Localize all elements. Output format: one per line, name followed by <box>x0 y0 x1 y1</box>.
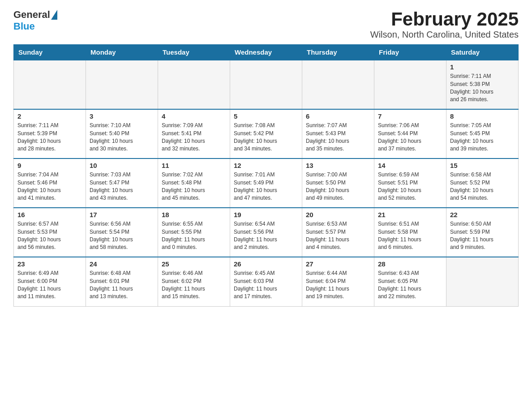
day-info: Sunrise: 6:53 AMSunset: 5:57 PMDaylight:… <box>306 220 370 252</box>
calendar-header: SundayMondayTuesdayWednesdayThursdayFrid… <box>14 45 519 60</box>
calendar-cell: 27Sunrise: 6:44 AMSunset: 6:04 PMDayligh… <box>302 257 374 306</box>
calendar-cell <box>230 60 302 109</box>
day-info: Sunrise: 7:02 AMSunset: 5:48 PMDaylight:… <box>162 171 226 202</box>
calendar-cell: 3Sunrise: 7:10 AMSunset: 5:40 PMDaylight… <box>86 109 158 158</box>
calendar-cell: 23Sunrise: 6:49 AMSunset: 6:00 PMDayligh… <box>14 257 86 306</box>
day-info: Sunrise: 6:51 AMSunset: 5:58 PMDaylight:… <box>378 220 442 252</box>
weekday-header-friday: Friday <box>374 45 446 60</box>
day-number: 1 <box>450 63 515 71</box>
calendar-cell: 28Sunrise: 6:43 AMSunset: 6:05 PMDayligh… <box>374 257 446 306</box>
calendar-cell: 9Sunrise: 7:04 AMSunset: 5:46 PMDaylight… <box>14 158 86 208</box>
calendar-cell <box>158 60 230 109</box>
day-info: Sunrise: 7:09 AMSunset: 5:41 PMDaylight:… <box>162 122 226 153</box>
day-number: 5 <box>234 112 298 120</box>
calendar-week-4: 16Sunrise: 6:57 AMSunset: 5:53 PMDayligh… <box>14 208 519 257</box>
day-number: 28 <box>378 260 442 268</box>
day-number: 9 <box>17 162 82 169</box>
day-info: Sunrise: 7:04 AMSunset: 5:46 PMDaylight:… <box>17 171 82 202</box>
calendar-cell <box>302 60 374 109</box>
day-number: 13 <box>306 162 370 169</box>
day-info: Sunrise: 7:05 AMSunset: 5:45 PMDaylight:… <box>450 122 515 153</box>
day-number: 16 <box>17 211 82 218</box>
calendar-cell <box>14 60 86 109</box>
calendar-cell: 17Sunrise: 6:56 AMSunset: 5:54 PMDayligh… <box>86 208 158 257</box>
day-number: 23 <box>17 260 82 268</box>
weekday-header-saturday: Saturday <box>446 45 519 60</box>
day-info: Sunrise: 6:55 AMSunset: 5:55 PMDaylight:… <box>162 220 226 252</box>
calendar-cell: 15Sunrise: 6:58 AMSunset: 5:52 PMDayligh… <box>446 158 519 208</box>
calendar-week-5: 23Sunrise: 6:49 AMSunset: 6:00 PMDayligh… <box>14 257 519 306</box>
calendar-body: 1Sunrise: 7:11 AMSunset: 5:38 PMDaylight… <box>14 60 519 306</box>
calendar-cell: 20Sunrise: 6:53 AMSunset: 5:57 PMDayligh… <box>302 208 374 257</box>
logo-triangle-icon <box>51 10 57 20</box>
calendar-cell: 11Sunrise: 7:02 AMSunset: 5:48 PMDayligh… <box>158 158 230 208</box>
day-number: 20 <box>306 211 370 218</box>
day-number: 10 <box>90 162 154 169</box>
calendar-week-3: 9Sunrise: 7:04 AMSunset: 5:46 PMDaylight… <box>14 158 519 208</box>
day-info: Sunrise: 6:44 AMSunset: 6:04 PMDaylight:… <box>306 270 370 301</box>
weekday-header-monday: Monday <box>86 45 158 60</box>
calendar-cell: 13Sunrise: 7:00 AMSunset: 5:50 PMDayligh… <box>302 158 374 208</box>
day-info: Sunrise: 7:03 AMSunset: 5:47 PMDaylight:… <box>90 171 154 202</box>
day-info: Sunrise: 6:56 AMSunset: 5:54 PMDaylight:… <box>90 220 154 252</box>
calendar-cell: 24Sunrise: 6:48 AMSunset: 6:01 PMDayligh… <box>86 257 158 306</box>
calendar-cell: 10Sunrise: 7:03 AMSunset: 5:47 PMDayligh… <box>86 158 158 208</box>
calendar-cell: 7Sunrise: 7:06 AMSunset: 5:44 PMDaylight… <box>374 109 446 158</box>
day-info: Sunrise: 7:08 AMSunset: 5:42 PMDaylight:… <box>234 122 298 153</box>
weekday-header-sunday: Sunday <box>14 45 86 60</box>
day-info: Sunrise: 6:58 AMSunset: 5:52 PMDaylight:… <box>450 171 515 202</box>
logo-blue-text: Blue <box>13 21 35 32</box>
day-info: Sunrise: 6:59 AMSunset: 5:51 PMDaylight:… <box>378 171 442 202</box>
day-info: Sunrise: 7:01 AMSunset: 5:49 PMDaylight:… <box>234 171 298 202</box>
calendar-cell: 8Sunrise: 7:05 AMSunset: 5:45 PMDaylight… <box>446 109 519 158</box>
calendar-week-2: 2Sunrise: 7:11 AMSunset: 5:39 PMDaylight… <box>14 109 519 158</box>
calendar-cell <box>446 257 519 306</box>
day-info: Sunrise: 7:11 AMSunset: 5:39 PMDaylight:… <box>17 122 82 153</box>
day-number: 3 <box>90 112 154 120</box>
day-info: Sunrise: 6:54 AMSunset: 5:56 PMDaylight:… <box>234 220 298 252</box>
calendar-cell: 22Sunrise: 6:50 AMSunset: 5:59 PMDayligh… <box>446 208 519 257</box>
day-info: Sunrise: 7:11 AMSunset: 5:38 PMDaylight:… <box>450 73 515 104</box>
calendar-week-1: 1Sunrise: 7:11 AMSunset: 5:38 PMDaylight… <box>14 60 519 109</box>
day-number: 7 <box>378 112 442 120</box>
day-info: Sunrise: 7:10 AMSunset: 5:40 PMDaylight:… <box>90 122 154 153</box>
calendar-cell: 21Sunrise: 6:51 AMSunset: 5:58 PMDayligh… <box>374 208 446 257</box>
day-number: 26 <box>234 260 298 268</box>
day-number: 18 <box>162 211 226 218</box>
day-info: Sunrise: 6:43 AMSunset: 6:05 PMDaylight:… <box>378 270 442 301</box>
calendar-cell: 12Sunrise: 7:01 AMSunset: 5:49 PMDayligh… <box>230 158 302 208</box>
day-number: 12 <box>234 162 298 169</box>
day-number: 25 <box>162 260 226 268</box>
page-title: February 2025 <box>370 9 519 30</box>
calendar-cell <box>374 60 446 109</box>
calendar-cell: 2Sunrise: 7:11 AMSunset: 5:39 PMDaylight… <box>14 109 86 158</box>
day-number: 6 <box>306 112 370 120</box>
day-number: 21 <box>378 211 442 218</box>
calendar-cell: 4Sunrise: 7:09 AMSunset: 5:41 PMDaylight… <box>158 109 230 158</box>
weekday-header-wednesday: Wednesday <box>230 45 302 60</box>
calendar-cell: 14Sunrise: 6:59 AMSunset: 5:51 PMDayligh… <box>374 158 446 208</box>
day-number: 15 <box>450 162 515 169</box>
logo: General Blue <box>13 9 58 32</box>
day-number: 22 <box>450 211 515 218</box>
calendar-table: SundayMondayTuesdayWednesdayThursdayFrid… <box>13 44 519 307</box>
day-info: Sunrise: 6:57 AMSunset: 5:53 PMDaylight:… <box>17 220 82 252</box>
day-info: Sunrise: 6:46 AMSunset: 6:02 PMDaylight:… <box>162 270 226 301</box>
day-number: 17 <box>90 211 154 218</box>
calendar-cell: 16Sunrise: 6:57 AMSunset: 5:53 PMDayligh… <box>14 208 86 257</box>
day-info: Sunrise: 7:06 AMSunset: 5:44 PMDaylight:… <box>378 122 442 153</box>
calendar-cell: 25Sunrise: 6:46 AMSunset: 6:02 PMDayligh… <box>158 257 230 306</box>
day-number: 27 <box>306 260 370 268</box>
calendar-cell: 19Sunrise: 6:54 AMSunset: 5:56 PMDayligh… <box>230 208 302 257</box>
calendar-cell: 1Sunrise: 7:11 AMSunset: 5:38 PMDaylight… <box>446 60 519 109</box>
calendar-cell: 6Sunrise: 7:07 AMSunset: 5:43 PMDaylight… <box>302 109 374 158</box>
weekday-header-row: SundayMondayTuesdayWednesdayThursdayFrid… <box>14 45 519 60</box>
logo-general-text: General <box>13 9 50 21</box>
calendar-cell: 18Sunrise: 6:55 AMSunset: 5:55 PMDayligh… <box>158 208 230 257</box>
weekday-header-tuesday: Tuesday <box>158 45 230 60</box>
page-header: General Blue February 2025 Wilson, North… <box>13 9 519 40</box>
weekday-header-thursday: Thursday <box>302 45 374 60</box>
day-number: 11 <box>162 162 226 169</box>
day-info: Sunrise: 6:49 AMSunset: 6:00 PMDaylight:… <box>17 270 82 301</box>
calendar-cell <box>86 60 158 109</box>
